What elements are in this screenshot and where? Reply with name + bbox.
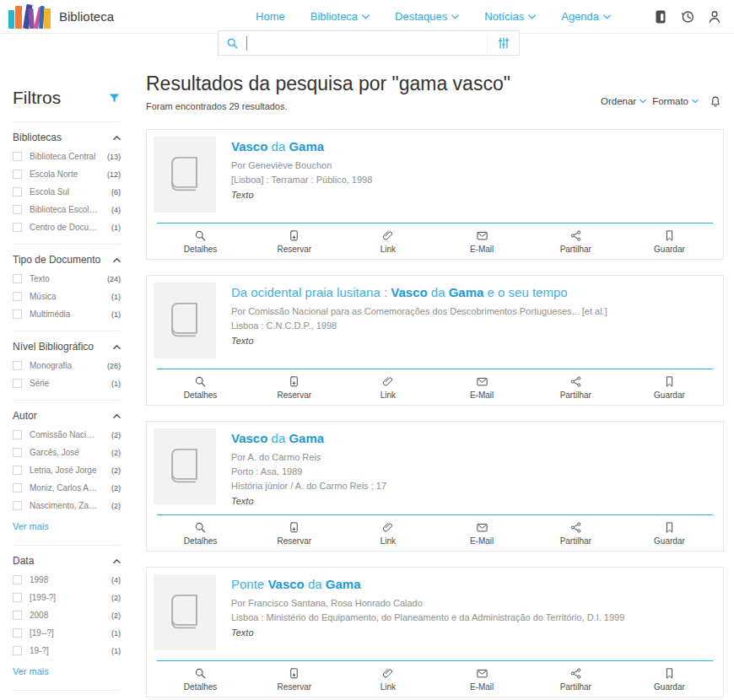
filter-section-header[interactable]: Tipo de Documento — [13, 254, 121, 266]
filter-checkbox[interactable] — [13, 593, 22, 602]
filter-checkbox[interactable] — [13, 483, 22, 493]
action-detalhes-button[interactable]: Detalhes — [154, 521, 247, 546]
action-reservar-button[interactable]: Reservar — [247, 375, 341, 400]
result-title-link[interactable]: Vasco da Gama — [231, 139, 372, 153]
filter-checkbox[interactable] — [13, 575, 22, 584]
filter-item-monografia[interactable]: Monografia(28) — [13, 361, 121, 370]
action-link-button[interactable]: Link — [341, 667, 434, 692]
ver-mais-link[interactable]: Ver mais — [13, 666, 49, 676]
search-term-highlight: Gama — [326, 577, 361, 591]
result-title-link[interactable]: Ponte Vasco da Gama — [231, 577, 624, 591]
result-title-link[interactable]: Vasco da Gama — [231, 431, 386, 445]
result-title-link[interactable]: Da ocidental praia lusitana : Vasco da G… — [231, 285, 607, 299]
nav-item-agenda[interactable]: Agenda — [561, 10, 611, 23]
filter-item-escola-norte[interactable]: Escola Norte(12) — [13, 170, 121, 179]
filter-checkbox[interactable] — [13, 205, 22, 214]
filter-checkbox[interactable] — [13, 466, 22, 475]
result-card: Vasco da GamaPor A. do Carmo ReisPorto :… — [146, 421, 724, 552]
result-thumbnail[interactable] — [154, 137, 216, 213]
filter-item-19[interactable]: [19--?](1) — [13, 628, 121, 638]
action-reservar-button[interactable]: Reservar — [247, 667, 341, 692]
filter-label: Texto — [30, 274, 50, 283]
bell-icon[interactable] — [709, 94, 722, 108]
search-input[interactable] — [246, 31, 487, 55]
ver-mais-link[interactable]: Ver mais — [13, 521, 49, 531]
action-reservar-button[interactable]: Reservar — [247, 229, 341, 254]
filter-item-biblioteca-central[interactable]: Biblioteca Central(13) — [13, 152, 121, 161]
result-thumbnail[interactable] — [154, 428, 216, 504]
top-bar: Biblioteca HomeBibliotecaDestaquesNotíci… — [0, 0, 734, 34]
funnel-icon[interactable] — [108, 92, 121, 105]
filter-item-biblioteca-escola-a[interactable]: Biblioteca Escola A(4) — [13, 205, 121, 214]
action-partilhar-button[interactable]: Partilhar — [529, 667, 623, 692]
nav-item-destaques[interactable]: Destaques — [395, 10, 459, 23]
filter-checkbox[interactable] — [13, 223, 22, 232]
filter-checkbox[interactable] — [13, 152, 22, 161]
brand[interactable]: Biblioteca — [8, 3, 114, 30]
filter-checkbox[interactable] — [13, 448, 22, 457]
action-link-button[interactable]: Link — [341, 229, 434, 254]
filter-checkbox[interactable] — [13, 187, 22, 197]
filter-checkbox[interactable] — [13, 170, 22, 179]
filter-item-19[interactable]: 19-?](1) — [13, 646, 121, 655]
sort-dropdown[interactable]: Ordenar — [601, 96, 646, 106]
action-guardar-button[interactable]: Guardar — [623, 229, 716, 254]
action-guardar-button[interactable]: Guardar — [623, 521, 716, 546]
result-thumbnail[interactable] — [154, 574, 216, 650]
filter-checkbox[interactable] — [13, 646, 22, 655]
filter-item-moniz-carlos-alberto[interactable]: Moniz, Carlos Alberto(2) — [13, 483, 121, 493]
filter-item-nascimento-zacarias[interactable]: Nascimento, Zacarias(2) — [13, 501, 121, 510]
filter-item-comissao-nacional-para-a[interactable]: Comissão Nacional para a...(2) — [13, 430, 121, 439]
filter-section-header[interactable]: Data — [13, 555, 121, 567]
action-partilhar-button[interactable]: Partilhar — [529, 375, 623, 400]
filter-item-centro-de-documentacao[interactable]: Centro de Documentação(1) — [13, 223, 121, 232]
result-thumbnail[interactable] — [154, 283, 216, 358]
filter-item-escola-sul[interactable]: Escola Sul(6) — [13, 187, 121, 197]
action-partilhar-button[interactable]: Partilhar — [529, 521, 623, 546]
filter-checkbox[interactable] — [13, 310, 22, 319]
filter-item-musica[interactable]: Música(1) — [13, 292, 121, 301]
action-reservar-button[interactable]: Reservar — [247, 521, 341, 546]
action-e-mail-button[interactable]: E-Mail — [435, 667, 529, 692]
action-link-button[interactable]: Link — [341, 375, 434, 400]
advanced-search-button[interactable] — [487, 31, 519, 55]
filter-checkbox[interactable] — [13, 292, 22, 301]
filter-checkbox[interactable] — [13, 611, 22, 620]
action-detalhes-button[interactable]: Detalhes — [154, 375, 247, 400]
action-detalhes-button[interactable]: Detalhes — [154, 667, 247, 692]
filter-item-1998[interactable]: 1998(4) — [13, 575, 121, 584]
nav-item-noticias[interactable]: Notícias — [484, 10, 536, 23]
filter-item-199[interactable]: [199-?](2) — [13, 593, 121, 602]
filter-checkbox[interactable] — [13, 430, 22, 439]
filter-item-garces-jose[interactable]: Garcês, José(2) — [13, 448, 121, 457]
filter-checkbox[interactable] — [13, 274, 22, 283]
filter-item-texto[interactable]: Texto(24) — [13, 274, 121, 283]
action-e-mail-button[interactable]: E-Mail — [435, 375, 529, 400]
reserve-icon — [288, 521, 300, 534]
filter-count: (1) — [111, 310, 121, 319]
action-e-mail-button[interactable]: E-Mail — [435, 521, 529, 546]
ebook-icon[interactable] — [653, 9, 668, 24]
person-icon[interactable] — [707, 9, 722, 24]
filter-item-2008[interactable]: 2008(2) — [13, 611, 121, 620]
format-dropdown[interactable]: Formato — [652, 96, 699, 106]
history-icon[interactable] — [680, 9, 695, 24]
filter-checkbox[interactable] — [13, 501, 22, 510]
nav-item-biblioteca[interactable]: Biblioteca — [310, 10, 370, 23]
action-e-mail-button[interactable]: E-Mail — [435, 229, 529, 254]
filter-checkbox[interactable] — [13, 361, 22, 370]
action-link-button[interactable]: Link — [341, 521, 434, 546]
filter-checkbox[interactable] — [13, 628, 22, 638]
action-guardar-button[interactable]: Guardar — [623, 375, 716, 400]
filter-section-header[interactable]: Bibliotecas — [13, 132, 121, 143]
filter-item-serie[interactable]: Série(1) — [13, 379, 121, 388]
filter-item-multimedia[interactable]: Multimédia(1) — [13, 310, 121, 319]
filter-section-header[interactable]: Nível Bibliográfico — [13, 341, 121, 353]
action-guardar-button[interactable]: Guardar — [623, 667, 716, 692]
filter-section-header[interactable]: Autor — [13, 410, 121, 422]
nav-item-home[interactable]: Home — [256, 10, 285, 23]
action-detalhes-button[interactable]: Detalhes — [154, 229, 247, 254]
filter-checkbox[interactable] — [13, 379, 22, 388]
action-partilhar-button[interactable]: Partilhar — [529, 229, 623, 254]
filter-item-letria-jose-jorge[interactable]: Letria, José Jorge(2) — [13, 466, 121, 475]
